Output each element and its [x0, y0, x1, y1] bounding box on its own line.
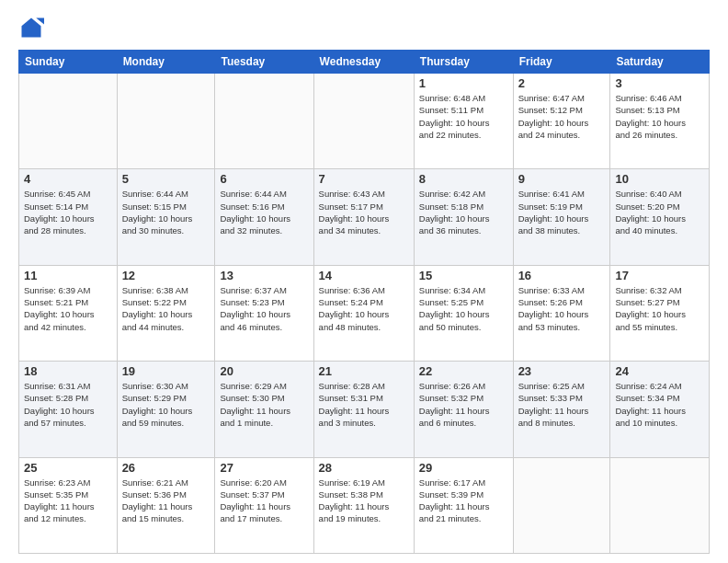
calendar-cell: 21Sunrise: 6:28 AM Sunset: 5:31 PM Dayli…	[313, 362, 414, 457]
day-info: Sunrise: 6:48 AM Sunset: 5:11 PM Dayligh…	[419, 92, 508, 141]
calendar-cell	[215, 74, 313, 169]
calendar-cell: 6Sunrise: 6:44 AM Sunset: 5:16 PM Daylig…	[215, 169, 313, 265]
day-info: Sunrise: 6:23 AM Sunset: 5:35 PM Dayligh…	[24, 477, 112, 525]
header	[18, 15, 710, 40]
calendar-cell: 13Sunrise: 6:37 AM Sunset: 5:23 PM Dayli…	[215, 265, 313, 361]
header-row: SundayMondayTuesdayWednesdayThursdayFrid…	[19, 51, 710, 74]
calendar-header: SundayMondayTuesdayWednesdayThursdayFrid…	[19, 51, 710, 74]
day-number: 9	[518, 172, 606, 186]
day-info: Sunrise: 6:19 AM Sunset: 5:38 PM Dayligh…	[319, 477, 409, 525]
day-number: 12	[122, 269, 210, 282]
calendar-cell: 10Sunrise: 6:40 AM Sunset: 5:20 PM Dayli…	[610, 169, 710, 265]
day-info: Sunrise: 6:38 AM Sunset: 5:22 PM Dayligh…	[122, 284, 210, 333]
day-info: Sunrise: 6:26 AM Sunset: 5:32 PM Dayligh…	[419, 380, 508, 429]
calendar-cell: 12Sunrise: 6:38 AM Sunset: 5:22 PM Dayli…	[117, 265, 215, 361]
day-info: Sunrise: 6:40 AM Sunset: 5:20 PM Dayligh…	[615, 188, 704, 236]
calendar-week-1: 4Sunrise: 6:45 AM Sunset: 5:14 PM Daylig…	[19, 169, 710, 265]
calendar-cell: 9Sunrise: 6:41 AM Sunset: 5:19 PM Daylig…	[513, 169, 610, 265]
calendar-cell: 24Sunrise: 6:24 AM Sunset: 5:34 PM Dayli…	[610, 362, 710, 457]
calendar-cell: 15Sunrise: 6:34 AM Sunset: 5:25 PM Dayli…	[414, 265, 513, 361]
calendar-cell: 19Sunrise: 6:30 AM Sunset: 5:29 PM Dayli…	[117, 362, 215, 457]
day-number: 21	[319, 364, 409, 378]
day-info: Sunrise: 6:47 AM Sunset: 5:12 PM Dayligh…	[518, 92, 606, 141]
day-info: Sunrise: 6:32 AM Sunset: 5:27 PM Dayligh…	[615, 284, 704, 333]
calendar-cell	[19, 74, 118, 169]
day-info: Sunrise: 6:33 AM Sunset: 5:26 PM Dayligh…	[518, 284, 606, 333]
day-info: Sunrise: 6:29 AM Sunset: 5:30 PM Dayligh…	[220, 380, 308, 429]
day-info: Sunrise: 6:17 AM Sunset: 5:39 PM Dayligh…	[419, 477, 508, 525]
calendar-week-3: 18Sunrise: 6:31 AM Sunset: 5:28 PM Dayli…	[19, 362, 710, 457]
day-number: 28	[319, 461, 409, 475]
calendar-body: 1Sunrise: 6:48 AM Sunset: 5:11 PM Daylig…	[19, 74, 710, 554]
header-cell-friday: Friday	[513, 51, 610, 74]
calendar-cell: 1Sunrise: 6:48 AM Sunset: 5:11 PM Daylig…	[414, 74, 513, 169]
calendar-week-4: 25Sunrise: 6:23 AM Sunset: 5:35 PM Dayli…	[19, 457, 710, 553]
calendar-cell	[117, 74, 215, 169]
day-number: 5	[122, 172, 210, 186]
day-info: Sunrise: 6:21 AM Sunset: 5:36 PM Dayligh…	[122, 477, 210, 525]
day-info: Sunrise: 6:39 AM Sunset: 5:21 PM Dayligh…	[24, 284, 112, 333]
day-info: Sunrise: 6:25 AM Sunset: 5:33 PM Dayligh…	[518, 380, 606, 429]
calendar-cell: 18Sunrise: 6:31 AM Sunset: 5:28 PM Dayli…	[19, 362, 118, 457]
logo-icon	[18, 15, 44, 40]
calendar-cell: 3Sunrise: 6:46 AM Sunset: 5:13 PM Daylig…	[610, 74, 710, 169]
day-number: 24	[615, 364, 704, 378]
day-number: 20	[220, 364, 308, 378]
day-info: Sunrise: 6:30 AM Sunset: 5:29 PM Dayligh…	[122, 380, 210, 429]
day-info: Sunrise: 6:31 AM Sunset: 5:28 PM Dayligh…	[24, 380, 112, 429]
calendar-cell: 2Sunrise: 6:47 AM Sunset: 5:12 PM Daylig…	[513, 74, 610, 169]
calendar-cell: 14Sunrise: 6:36 AM Sunset: 5:24 PM Dayli…	[313, 265, 414, 361]
calendar-cell: 26Sunrise: 6:21 AM Sunset: 5:36 PM Dayli…	[117, 457, 215, 553]
day-info: Sunrise: 6:20 AM Sunset: 5:37 PM Dayligh…	[220, 477, 308, 525]
day-number: 2	[518, 76, 606, 90]
day-number: 14	[319, 269, 409, 282]
header-cell-tuesday: Tuesday	[215, 51, 313, 74]
day-number: 19	[122, 364, 210, 378]
calendar-cell: 20Sunrise: 6:29 AM Sunset: 5:30 PM Dayli…	[215, 362, 313, 457]
day-info: Sunrise: 6:24 AM Sunset: 5:34 PM Dayligh…	[615, 380, 704, 429]
calendar-cell: 28Sunrise: 6:19 AM Sunset: 5:38 PM Dayli…	[313, 457, 414, 553]
calendar-cell	[610, 457, 710, 553]
day-number: 16	[518, 269, 606, 282]
calendar-cell	[513, 457, 610, 553]
calendar-cell: 7Sunrise: 6:43 AM Sunset: 5:17 PM Daylig…	[313, 169, 414, 265]
day-number: 3	[615, 76, 704, 90]
calendar-cell: 25Sunrise: 6:23 AM Sunset: 5:35 PM Dayli…	[19, 457, 118, 553]
day-number: 7	[319, 172, 409, 186]
calendar-cell: 17Sunrise: 6:32 AM Sunset: 5:27 PM Dayli…	[610, 265, 710, 361]
day-number: 25	[24, 461, 112, 475]
day-number: 27	[220, 461, 308, 475]
header-cell-monday: Monday	[117, 51, 215, 74]
day-number: 22	[419, 364, 508, 378]
calendar-cell	[313, 74, 414, 169]
day-number: 4	[24, 172, 112, 186]
day-number: 18	[24, 364, 112, 378]
day-number: 8	[419, 172, 508, 186]
calendar-cell: 29Sunrise: 6:17 AM Sunset: 5:39 PM Dayli…	[414, 457, 513, 553]
calendar-week-0: 1Sunrise: 6:48 AM Sunset: 5:11 PM Daylig…	[19, 74, 710, 169]
day-number: 29	[419, 461, 508, 475]
day-number: 10	[615, 172, 704, 186]
calendar-cell: 4Sunrise: 6:45 AM Sunset: 5:14 PM Daylig…	[19, 169, 118, 265]
header-cell-saturday: Saturday	[610, 51, 710, 74]
calendar-cell: 23Sunrise: 6:25 AM Sunset: 5:33 PM Dayli…	[513, 362, 610, 457]
day-number: 11	[24, 269, 112, 282]
header-cell-sunday: Sunday	[19, 51, 118, 74]
day-number: 6	[220, 172, 308, 186]
header-cell-thursday: Thursday	[414, 51, 513, 74]
svg-marker-0	[22, 18, 41, 38]
day-info: Sunrise: 6:44 AM Sunset: 5:16 PM Dayligh…	[220, 188, 308, 236]
logo	[18, 15, 48, 40]
day-info: Sunrise: 6:34 AM Sunset: 5:25 PM Dayligh…	[419, 284, 508, 333]
calendar-table: SundayMondayTuesdayWednesdayThursdayFrid…	[18, 50, 710, 554]
day-info: Sunrise: 6:45 AM Sunset: 5:14 PM Dayligh…	[24, 188, 112, 236]
day-info: Sunrise: 6:36 AM Sunset: 5:24 PM Dayligh…	[319, 284, 409, 333]
day-number: 1	[419, 76, 508, 90]
day-info: Sunrise: 6:37 AM Sunset: 5:23 PM Dayligh…	[220, 284, 308, 333]
page: SundayMondayTuesdayWednesdayThursdayFrid…	[0, 0, 728, 563]
calendar-cell: 27Sunrise: 6:20 AM Sunset: 5:37 PM Dayli…	[215, 457, 313, 553]
day-info: Sunrise: 6:28 AM Sunset: 5:31 PM Dayligh…	[319, 380, 409, 429]
day-number: 23	[518, 364, 606, 378]
calendar-cell: 16Sunrise: 6:33 AM Sunset: 5:26 PM Dayli…	[513, 265, 610, 361]
calendar-week-2: 11Sunrise: 6:39 AM Sunset: 5:21 PM Dayli…	[19, 265, 710, 361]
